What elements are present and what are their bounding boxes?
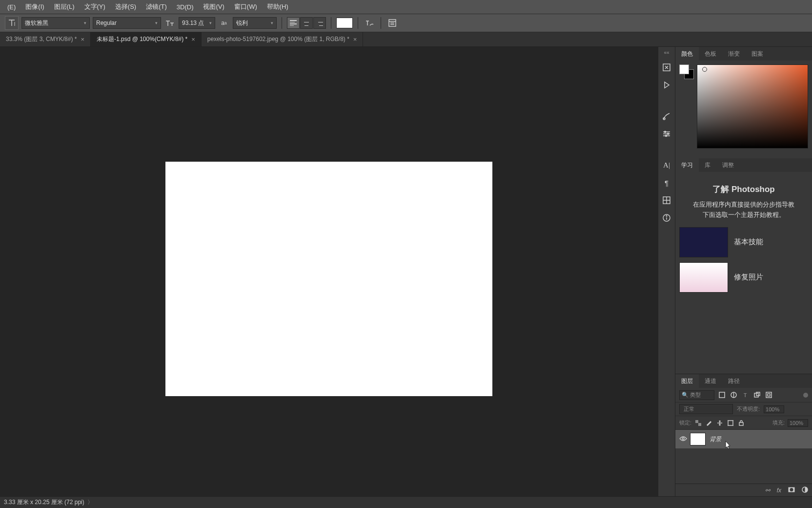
layer-kind-filter[interactable]: 🔍 类型 [679, 390, 714, 400]
svg-rect-27 [739, 423, 743, 425]
align-top-button[interactable] [287, 17, 300, 29]
text-color-swatch[interactable] [336, 18, 353, 28]
menu-edit[interactable]: (E) [2, 1, 20, 13]
actions-icon[interactable] [661, 80, 672, 90]
brushes-icon[interactable] [661, 111, 672, 122]
tab-gradients[interactable]: 渐变 [722, 47, 746, 61]
link-layers-icon[interactable]: ⚯ [765, 487, 770, 494]
canvas-area[interactable] [0, 47, 658, 496]
vertical-text-tool-icon[interactable] [5, 16, 19, 30]
opacity-label: 不透明度: [737, 405, 760, 413]
status-document-info[interactable]: 3.33 厘米 x 20.25 厘米 (72 ppi) [4, 498, 84, 507]
paragraph-icon[interactable]: ¶ [661, 177, 672, 188]
text-align-group [287, 17, 326, 29]
menu-type[interactable]: 文字(Y) [80, 0, 110, 14]
lock-paint-icon[interactable] [705, 419, 713, 427]
layer-bottom-bar: ⚯ fx [675, 484, 812, 496]
learn-thumb-icon [679, 262, 728, 293]
fill-label: 填充: [772, 419, 785, 426]
fill-input[interactable]: 100% [788, 419, 808, 427]
font-family-select[interactable]: 微软雅黑 ▾ [21, 17, 90, 29]
layer-filter-row: 🔍 类型 T [675, 388, 812, 402]
filter-pixel-icon[interactable] [717, 391, 726, 400]
font-style-value: Regular [96, 20, 117, 26]
tab-patterns[interactable]: 图案 [746, 47, 769, 61]
menu-layer[interactable]: 图层(L) [49, 0, 80, 14]
tab-paths[interactable]: 路径 [722, 374, 746, 388]
lock-transparent-icon[interactable] [694, 419, 702, 427]
opacity-input[interactable]: 100% [764, 405, 784, 413]
filter-smart-icon[interactable] [764, 391, 773, 400]
tab-libraries[interactable]: 库 [699, 158, 716, 172]
info-icon[interactable] [661, 212, 672, 223]
layer-row-background[interactable]: 背景 [675, 430, 812, 448]
learn-item-basics[interactable]: 基本技能 [679, 227, 808, 257]
learn-item-retouch[interactable]: 修复照片 [679, 262, 808, 293]
layer-fx-icon[interactable]: fx [777, 487, 781, 494]
filter-shape-icon[interactable] [752, 391, 761, 400]
glyphs-icon[interactable] [661, 195, 672, 206]
tab-adjustments[interactable]: 调整 [716, 158, 740, 172]
character-icon[interactable]: A| [661, 160, 672, 170]
layer-mask-icon[interactable] [788, 487, 795, 494]
filter-toggle-icon[interactable] [803, 393, 808, 398]
lock-artboard-icon[interactable] [727, 419, 734, 427]
chevron-right-icon[interactable]: 〉 [87, 498, 93, 507]
menu-filter[interactable]: 滤镜(T) [141, 0, 172, 14]
layer-name[interactable]: 背景 [710, 435, 721, 444]
learn-thumb-icon [679, 227, 728, 257]
color-picker-field[interactable] [697, 64, 808, 148]
document-tab[interactable]: 未标题-1.psd @ 100%(CMYK/8#) * × [91, 32, 202, 46]
tab-swatches[interactable]: 色板 [699, 47, 722, 61]
filter-adjustment-icon[interactable] [729, 391, 738, 400]
tab-channels[interactable]: 通道 [699, 374, 722, 388]
anti-alias-icon: aa [218, 17, 230, 29]
adjustment-layer-icon[interactable] [802, 487, 808, 494]
collapse-arrows-icon[interactable]: «« [664, 50, 669, 55]
layer-thumbnail[interactable] [690, 433, 706, 445]
learn-item-label: 基本技能 [734, 237, 763, 247]
divider [358, 17, 358, 29]
font-size-icon [164, 17, 176, 29]
history-icon[interactable] [661, 62, 672, 73]
menu-select[interactable]: 选择(S) [110, 0, 141, 14]
menu-window[interactable]: 窗口(W) [229, 0, 262, 14]
blend-mode-select[interactable]: 正常 [679, 404, 733, 414]
close-icon[interactable]: × [191, 36, 195, 43]
foreground-color-swatch[interactable] [679, 64, 689, 74]
document-tab[interactable]: 33.3% (图层 3, CMYK/8#) * × [0, 32, 91, 46]
svg-point-28 [682, 438, 684, 440]
anti-alias-select[interactable]: 锐利 ▾ [233, 17, 277, 29]
adjustments-icon[interactable] [661, 128, 672, 139]
align-center-button[interactable] [300, 17, 313, 29]
layers-panel: 图层 通道 路径 🔍 类型 T 正常 不透明度: 100% [675, 374, 812, 496]
font-size-select[interactable]: 93.13 点 ▾ [179, 17, 215, 29]
foreground-background-swatch[interactable] [679, 64, 694, 79]
divider [282, 17, 282, 29]
tab-learn[interactable]: 学习 [675, 158, 699, 172]
document-tab[interactable]: pexels-photo-5197602.jpeg @ 100% (图层 1, … [202, 32, 364, 46]
tab-layers[interactable]: 图层 [675, 374, 699, 388]
lock-position-icon[interactable] [716, 419, 724, 427]
menu-view[interactable]: 视图(V) [198, 0, 229, 14]
divider [331, 17, 331, 29]
close-icon[interactable]: × [81, 36, 84, 43]
menu-help[interactable]: 帮助(H) [262, 0, 293, 14]
visibility-eye-icon[interactable] [679, 436, 686, 443]
document-tab-label: pexels-photo-5197602.jpeg @ 100% (图层 1, … [207, 35, 349, 43]
filter-type-icon[interactable]: T [741, 391, 750, 400]
lock-all-icon[interactable] [737, 419, 745, 427]
character-panel-toggle-icon[interactable] [386, 17, 399, 29]
close-icon[interactable]: × [353, 36, 357, 43]
menu-3d[interactable]: 3D(D) [172, 1, 199, 13]
font-style-select[interactable]: Regular ▾ [93, 17, 161, 29]
learn-item-label: 修复照片 [734, 273, 763, 282]
tab-color[interactable]: 颜色 [675, 47, 699, 61]
canvas[interactable] [165, 162, 492, 396]
anti-alias-value: 锐利 [236, 19, 248, 27]
collapsed-panel-strip: «« A| ¶ [658, 47, 675, 496]
menu-image[interactable]: 图像(I) [20, 0, 49, 14]
align-bottom-button[interactable] [313, 17, 326, 29]
warp-text-icon[interactable] [363, 17, 376, 29]
learn-panel-tabs: 学习 库 调整 [675, 158, 812, 172]
